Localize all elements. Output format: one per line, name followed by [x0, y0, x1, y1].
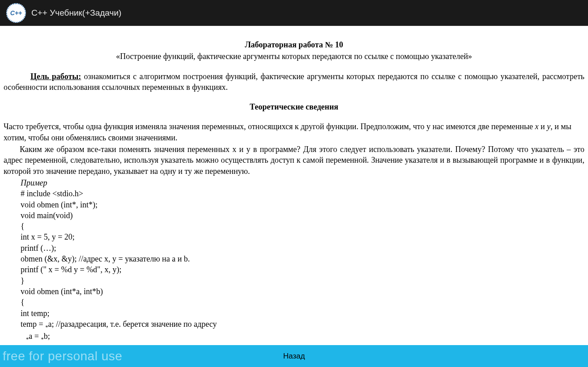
back-button[interactable]: Назад — [283, 352, 305, 361]
document-title: Лабораторная работа № 10 — [4, 39, 584, 50]
code-line: } — [21, 275, 584, 286]
code-line: void obmen (int*, int*); — [21, 199, 584, 210]
app-title: C++ Учебник(+Задачи) — [31, 8, 121, 18]
code-line: { — [21, 221, 584, 232]
app-header: C++ C++ Учебник(+Задачи) — [0, 0, 588, 26]
code-line: int temp; — [21, 308, 584, 319]
code-line: printf (" x = %d y = %d", x, y); — [21, 264, 584, 275]
code-line: # include <stdio.h> — [21, 188, 584, 199]
code-line: int x = 5, y = 20; — [21, 232, 584, 242]
footer-bar: free for personal use Назад — [0, 345, 588, 367]
para1-var-y: y — [547, 122, 550, 131]
goal-paragraph: Цель работы: ознакомиться с алгоритмом п… — [4, 71, 584, 93]
code-line: *a = *b; — [26, 331, 584, 343]
code-line: { — [21, 297, 584, 308]
para1-and: и — [539, 122, 547, 131]
code-line: temp = *a; //разадресация, т.е. берется … — [21, 319, 584, 331]
code-line: void main(void) — [21, 210, 584, 221]
goal-text: ознакомиться с алгоритмом построения фун… — [4, 72, 584, 92]
document-content[interactable]: Лабораторная работа № 10 «Построение фун… — [0, 26, 588, 345]
app-logo-icon: C++ — [6, 3, 26, 23]
code-line: void obmen (int*a, int*b) — [21, 286, 584, 297]
section-heading: Теоретические сведения — [4, 101, 584, 112]
logo-text: C++ — [10, 9, 22, 17]
code-line: printf (…); — [21, 243, 584, 253]
para1-var-x: x — [535, 122, 539, 131]
paragraph-1: Часто требуется, чтобы одна функция изме… — [4, 121, 584, 143]
document-subtitle: «Построение функций, фактические аргумен… — [4, 51, 584, 62]
goal-label: Цель работы: — [30, 72, 81, 81]
code-line: obmen (&x, &y); //адрес x, y = указателю… — [21, 253, 584, 264]
para1-part-a: Часто требуется, чтобы одна функция изме… — [4, 122, 535, 131]
example-label: Пример — [21, 177, 584, 188]
paragraph-2: Каким же образом все-таки поменять значе… — [4, 144, 584, 177]
watermark-text: free for personal use — [3, 349, 122, 363]
